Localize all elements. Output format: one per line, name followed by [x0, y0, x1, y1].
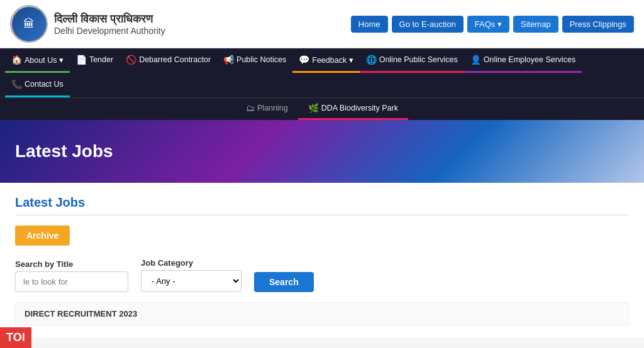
search-button[interactable]: Search: [254, 272, 314, 292]
feedback-label: Feedback ▾: [312, 55, 353, 65]
header-nav: HomeGo to E-auctionFAQs ▾SitemapPress Cl…: [351, 16, 634, 33]
biodiversity-label: DDA Biodiversity Park: [321, 104, 398, 112]
hero-banner: Latest Jobs: [0, 120, 644, 183]
primary-nav-contact[interactable]: 📞Contact Us: [5, 73, 70, 97]
primary-nav-about[interactable]: 🏠About Us ▾: [5, 48, 70, 73]
header-title: दिल्ली विकास प्राधिकरण Delhi Development…: [54, 13, 165, 36]
header: 🏛 दिल्ली विकास प्राधिकरण Delhi Developme…: [0, 0, 644, 48]
title-english: Delhi Development Authority: [54, 26, 165, 36]
debarred-label: Debarred Contractor: [139, 55, 211, 64]
notices-icon: 📢: [223, 55, 234, 65]
job-category-group: Job Category - Any -: [141, 258, 242, 292]
online-employee-label: Online Employee Services: [484, 55, 576, 64]
header-nav-press[interactable]: Press Clippings: [562, 16, 634, 33]
section-title: Latest Jobs: [15, 195, 629, 210]
primary-nav: 🏠About Us ▾📄Tender🚫Debarred Contractor📢P…: [0, 48, 644, 97]
debarred-icon: 🚫: [126, 55, 136, 65]
contact-icon: 📞: [11, 79, 22, 89]
job-category-label: Job Category: [141, 258, 242, 268]
job-category-select[interactable]: - Any -: [141, 270, 242, 292]
feedback-icon: 💬: [299, 55, 309, 65]
logo-area: 🏛 दिल्ली विकास प्राधिकरण Delhi Developme…: [10, 5, 165, 43]
about-icon: 🏠: [11, 55, 22, 65]
search-title-label: Search by Title: [15, 259, 128, 269]
header-nav-eauction[interactable]: Go to E-auction: [392, 16, 464, 33]
hero-title: Latest Jobs: [15, 141, 113, 161]
primary-nav-notices[interactable]: 📢Public Notices: [217, 48, 292, 73]
contact-label: Contact Us: [25, 80, 64, 89]
planning-icon: 🗂: [246, 103, 255, 113]
online-public-label: Online Public Services: [379, 55, 458, 64]
about-label: About Us ▾: [25, 55, 64, 65]
primary-nav-online-employee[interactable]: 👤Online Employee Services: [464, 48, 582, 73]
search-title-input[interactable]: [15, 271, 128, 292]
main-content: Latest Jobs Archive Search by Title Job …: [0, 183, 644, 338]
header-nav-sitemap[interactable]: Sitemap: [513, 16, 558, 33]
logo-emblem-inner: 🏛: [12, 7, 47, 41]
archive-button[interactable]: Archive: [15, 226, 70, 246]
biodiversity-icon: 🌿: [308, 103, 319, 113]
secondary-nav-planning[interactable]: 🗂Planning: [236, 98, 298, 120]
search-row: Search by Title Job Category - Any - Sea…: [15, 258, 629, 292]
emblem-logo: 🏛: [10, 5, 48, 43]
tender-icon: 📄: [76, 55, 87, 65]
header-nav-faqs[interactable]: FAQs ▾: [467, 16, 509, 33]
toi-badge: TOI: [0, 327, 31, 338]
secondary-nav-biodiversity[interactable]: 🌿DDA Biodiversity Park: [298, 98, 408, 120]
section-divider: [15, 215, 629, 215]
primary-nav-feedback[interactable]: 💬Feedback ▾: [292, 48, 359, 73]
result-row: DIRECT RECRUITMENT 2023: [15, 302, 629, 325]
header-nav-home[interactable]: Home: [351, 16, 388, 33]
planning-label: Planning: [257, 104, 288, 112]
primary-nav-online-public[interactable]: 🌐Online Public Services: [360, 48, 464, 73]
primary-nav-debarred[interactable]: 🚫Debarred Contractor: [119, 48, 217, 73]
online-public-icon: 🌐: [366, 55, 377, 65]
search-title-group: Search by Title: [15, 259, 128, 292]
tender-label: Tender: [89, 55, 113, 64]
online-employee-icon: 👤: [470, 55, 481, 65]
primary-nav-tender[interactable]: 📄Tender: [70, 48, 119, 73]
notices-label: Public Notices: [236, 55, 286, 64]
title-hindi: दिल्ली विकास प्राधिकरण: [54, 13, 165, 26]
secondary-nav: 🗂Planning🌿DDA Biodiversity Park: [0, 97, 644, 120]
